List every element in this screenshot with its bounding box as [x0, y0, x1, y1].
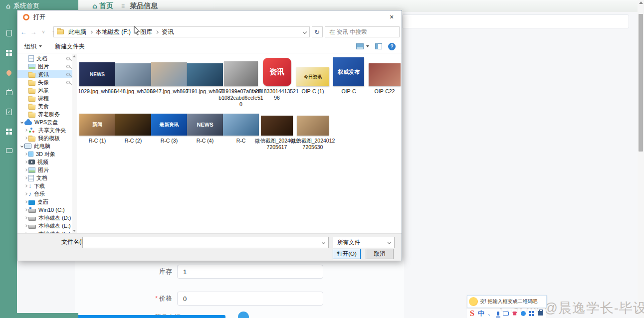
breadcrumb-item[interactable]: 资讯 [160, 28, 176, 36]
tree-item-桌面[interactable]: 桌面 [17, 198, 72, 206]
tree-item-我的模板[interactable]: 我的模板 [17, 134, 72, 142]
expand-icon[interactable] [23, 177, 28, 179]
expand-icon[interactable] [23, 225, 28, 227]
price-input[interactable] [177, 292, 323, 306]
file-item[interactable]: 微信截图_20240127205617 [259, 112, 295, 151]
collapse-icon[interactable] [19, 121, 24, 123]
stock-input[interactable] [177, 265, 323, 279]
tree-item-共享文件夹[interactable]: 共享文件夹 [17, 126, 72, 134]
open-button[interactable]: 打开(O) [333, 249, 361, 259]
dish-form-input[interactable] [402, 14, 629, 28]
file-item[interactable]: 7191.jpg_wh860 [187, 56, 223, 95]
scroll-up-icon[interactable] [639, 1, 643, 4]
voice-icon[interactable] [497, 312, 499, 316]
audit-check-icon[interactable]: ✓ [5, 108, 13, 116]
tree-item-图片[interactable]: 图片 [17, 62, 72, 70]
file-item[interactable]: 微信截图_20240127205630 [295, 112, 331, 151]
expand-icon[interactable] [23, 129, 28, 131]
briefcase-icon[interactable] [5, 89, 13, 97]
breadcrumb-item[interactable]: 本地磁盘 (F:) [94, 28, 133, 36]
dialog-titlebar[interactable]: 打开 [17, 10, 402, 23]
expand-icon[interactable] [23, 153, 28, 155]
close-icon[interactable]: × [384, 11, 400, 22]
apps-grid-icon[interactable] [5, 128, 13, 136]
file-item[interactable]: R-C (2) [115, 112, 151, 144]
expand-icon[interactable] [23, 169, 28, 171]
expand-icon[interactable] [23, 137, 28, 139]
expand-icon[interactable] [23, 209, 28, 211]
expand-icon[interactable] [23, 201, 28, 203]
tree-item-本地磁盘 (F:)[interactable]: 本地磁盘 (F:) [17, 230, 72, 233]
card-icon[interactable] [5, 147, 13, 155]
address-bar[interactable]: 此电脑本地磁盘 (F:)图库资讯 [53, 26, 310, 37]
page-scrollbar[interactable] [638, 0, 644, 318]
tree-item-美食[interactable]: 美食 [17, 102, 72, 110]
keyboard-icon[interactable] [503, 312, 509, 316]
emoji-icon[interactable] [521, 311, 526, 316]
expand-icon[interactable] [23, 193, 28, 195]
search-input[interactable]: 在 资讯 中搜索 [325, 26, 400, 37]
new-folder-button[interactable]: 新建文件夹 [55, 42, 85, 51]
file-item[interactable]: 6947.jpg_wh860 [151, 56, 187, 95]
organize-button[interactable]: 组织 [24, 42, 42, 51]
tree-item-头像[interactable]: 头像 [17, 78, 72, 86]
tree-item-文档[interactable]: 文档 [17, 174, 72, 182]
punctuation-icon[interactable]: 、 [488, 310, 493, 317]
file-item[interactable]: 新闻R-C (1) [79, 112, 115, 144]
location-pin-icon[interactable] [5, 69, 13, 77]
tree-item-课程[interactable]: 课程 [17, 94, 72, 102]
file-item[interactable]: 最新资讯R-C (3) [151, 112, 187, 144]
tree-item-养老服务[interactable]: 养老服务 [17, 110, 72, 118]
file-item[interactable]: 6448.jpg_wh300 [115, 56, 151, 95]
scroll-up-icon[interactable] [73, 55, 76, 57]
tab-dish-info[interactable]: 菜品信息 [130, 1, 158, 10]
expand-icon[interactable] [23, 161, 28, 163]
history-chevron-icon[interactable]: ∨ [39, 29, 47, 34]
expand-icon[interactable] [23, 185, 28, 187]
file-item[interactable]: R-C [223, 112, 259, 144]
sogou-logo[interactable]: S [470, 309, 474, 318]
tree-item-下载[interactable]: ↓下载 [17, 182, 72, 190]
clipboard-icon[interactable] [5, 29, 13, 37]
tree-item-图片[interactable]: 图片 [17, 166, 72, 174]
skin-icon[interactable] [512, 312, 517, 316]
tree-item-音乐[interactable]: ♪音乐 [17, 190, 72, 198]
modules-grid-icon[interactable] [5, 49, 13, 57]
view-mode-button[interactable] [356, 43, 369, 49]
chinese-mode-toggle[interactable]: 中 [478, 309, 484, 318]
tab-home[interactable]: ⌂ 首页 [92, 1, 113, 10]
toolbox-icon[interactable] [538, 311, 543, 316]
address-dropdown-icon[interactable] [303, 30, 307, 34]
tree-item-文档[interactable]: 文档 [17, 54, 72, 62]
help-icon[interactable]: ? [388, 43, 396, 50]
file-item[interactable]: 资讯20183301441352196 [259, 56, 295, 101]
breadcrumb-item[interactable]: 此电脑 [66, 28, 88, 36]
tree-item-风景[interactable]: 风景 [17, 86, 72, 94]
tree-item-视频[interactable]: 视频 [17, 158, 72, 166]
filetype-select[interactable]: 所有文件 [333, 237, 395, 248]
filename-input[interactable] [82, 237, 329, 248]
file-item[interactable]: NEWSR-C (4) [187, 112, 223, 144]
scrollbar-thumb[interactable] [639, 14, 643, 152]
refresh-icon[interactable]: ↻ [312, 26, 323, 37]
cancel-button[interactable]: 取消 [366, 249, 394, 259]
back-icon[interactable]: ← [19, 28, 27, 36]
collapse-icon[interactable] [19, 145, 24, 147]
file-item[interactable]: 权威发布OIP-C [331, 56, 367, 95]
tree-item-资讯[interactable]: 资讯 [17, 70, 72, 78]
scroll-down-icon[interactable] [73, 230, 76, 232]
file-item[interactable]: OIP-C22 [367, 56, 403, 95]
apps-grid-icon[interactable] [529, 311, 531, 313]
preview-pane-icon[interactable] [375, 43, 382, 49]
expand-icon[interactable] [23, 217, 28, 219]
tree-item-本地磁盘 (D:)[interactable]: 本地磁盘 (D:) [17, 214, 72, 222]
tree-item-WPS云盘[interactable]: WPS云盘 [17, 118, 72, 126]
file-item[interactable]: 319199e07a8fad0b1082cabd6ecfe510 [223, 56, 259, 108]
tree-item-Win10 (C:)[interactable]: Win10 (C:) [17, 206, 72, 214]
tree-item-本地磁盘 (E:)[interactable]: 本地磁盘 (E:) [17, 222, 72, 230]
file-item[interactable]: 今日资讯OIP-C (1) [295, 56, 331, 95]
file-item[interactable]: NEWS1029.jpg_wh860 [79, 56, 115, 95]
tree-item-3D 对象[interactable]: 3D 对象 [17, 150, 72, 158]
tree-item-此电脑[interactable]: 此电脑 [17, 142, 72, 150]
forward-icon[interactable]: → [29, 28, 37, 36]
